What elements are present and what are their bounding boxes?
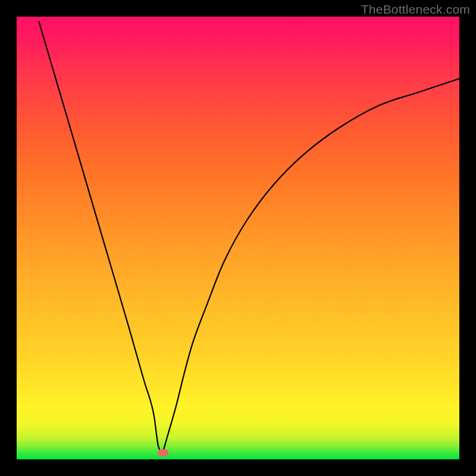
plot-area	[17, 17, 459, 459]
curve-path	[39, 21, 459, 452]
chart-frame: TheBottleneck.com	[0, 0, 476, 476]
watermark-text: TheBottleneck.com	[361, 2, 470, 17]
optimum-marker	[158, 449, 168, 456]
bottleneck-curve	[17, 17, 459, 459]
